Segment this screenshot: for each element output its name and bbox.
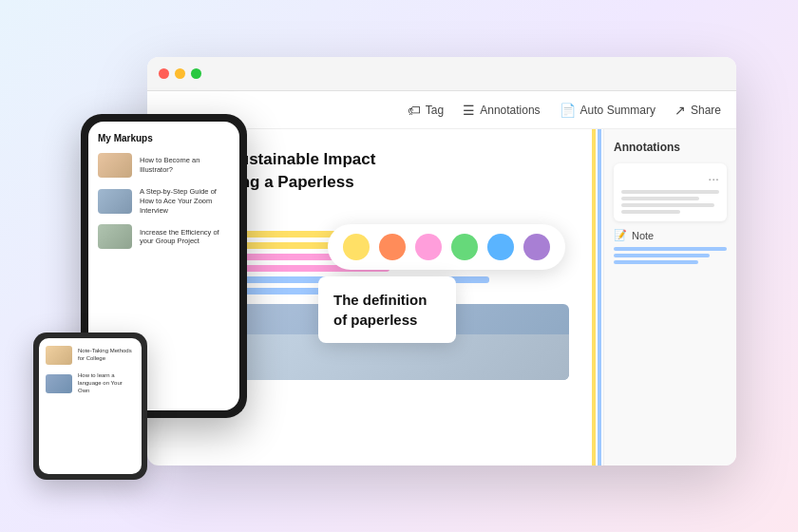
note-icon: 📝 xyxy=(614,229,627,241)
auto-summary-button[interactable]: 📄 Auto Summary xyxy=(560,103,656,118)
close-button[interactable] xyxy=(159,68,169,79)
a-line xyxy=(621,197,699,200)
annotation-menu[interactable]: ··· xyxy=(621,171,719,186)
color-green[interactable] xyxy=(451,234,478,260)
color-blue[interactable] xyxy=(487,234,514,260)
annotations-panel: Annotations ··· 📝 Note xyxy=(603,129,736,466)
mobile-item-3[interactable]: Increase the Efficiency of your Group Pr… xyxy=(98,224,230,249)
tag-label: Tag xyxy=(426,104,444,117)
annotation-lines-2 xyxy=(614,247,727,264)
small-screen: Note-Taking Methods for College How to l… xyxy=(39,338,142,474)
a-line-blue xyxy=(614,247,727,251)
note-badge: 📝 Note xyxy=(614,229,727,241)
color-picker[interactable] xyxy=(328,224,565,270)
mobile-item-text-3: Increase the Efficiency of your Group Pr… xyxy=(140,228,230,247)
maximize-button[interactable] xyxy=(191,68,201,79)
mobile-title: My Markups xyxy=(98,133,230,143)
mobile-thumb-2 xyxy=(98,189,132,214)
auto-summary-label: Auto Summary xyxy=(580,104,656,117)
auto-summary-icon: 📄 xyxy=(560,103,576,118)
side-accent-yellow xyxy=(592,129,596,466)
annotations-button[interactable]: ☰ Annotations xyxy=(463,103,540,118)
annotation-card-1[interactable]: ··· xyxy=(614,163,727,221)
annotations-label: Annotations xyxy=(480,104,540,117)
color-yellow[interactable] xyxy=(343,234,370,260)
annotation-lines-1 xyxy=(621,190,719,214)
mobile-item-text-2: A Step-by-Step Guide of How to Ace Your … xyxy=(140,187,230,215)
annotations-header: Annotations xyxy=(614,141,727,154)
share-button[interactable]: ↗ Share xyxy=(674,103,721,118)
tag-button[interactable]: 🏷 Tag xyxy=(408,103,444,118)
small-thumb-1 xyxy=(46,346,72,365)
annotations-icon: ☰ xyxy=(463,103,475,118)
mobile-item-text-1: How to Become an Illustrator? xyxy=(140,156,230,175)
mobile-thumb-1 xyxy=(98,153,132,178)
text-tooltip: The definition of paperless xyxy=(318,276,456,343)
small-item-1[interactable]: Note-Taking Methods for College xyxy=(46,346,135,365)
a-line-blue xyxy=(614,254,710,257)
small-device: Note-Taking Methods for College How to l… xyxy=(33,332,147,480)
note-label: Note xyxy=(632,230,654,241)
share-icon: ↗ xyxy=(674,103,686,118)
share-label: Share xyxy=(691,104,721,117)
a-line xyxy=(621,190,719,194)
small-item-text-2: How to learn a language on Your Own xyxy=(78,372,135,394)
side-accent-blue xyxy=(598,129,601,466)
browser-titlebar xyxy=(147,57,736,91)
mobile-item-2[interactable]: A Step-by-Step Guide of How to Ace Your … xyxy=(98,187,230,215)
tooltip-text: The definition of paperless xyxy=(333,292,427,328)
color-orange[interactable] xyxy=(379,234,406,260)
small-thumb-2 xyxy=(46,374,72,393)
a-line xyxy=(621,203,714,207)
small-item-text-1: Note-Taking Methods for College xyxy=(78,348,135,363)
a-line-blue xyxy=(614,260,698,264)
mobile-item-1[interactable]: How to Become an Illustrator? xyxy=(98,153,230,178)
annotations-title: Annotations xyxy=(614,141,680,154)
color-pink[interactable] xyxy=(415,234,442,260)
tag-icon: 🏷 xyxy=(408,103,421,118)
a-line xyxy=(621,210,680,214)
small-item-2[interactable]: How to learn a language on Your Own xyxy=(46,372,135,394)
minimize-button[interactable] xyxy=(175,68,185,79)
color-purple[interactable] xyxy=(523,234,550,260)
mobile-thumb-3 xyxy=(98,224,132,249)
